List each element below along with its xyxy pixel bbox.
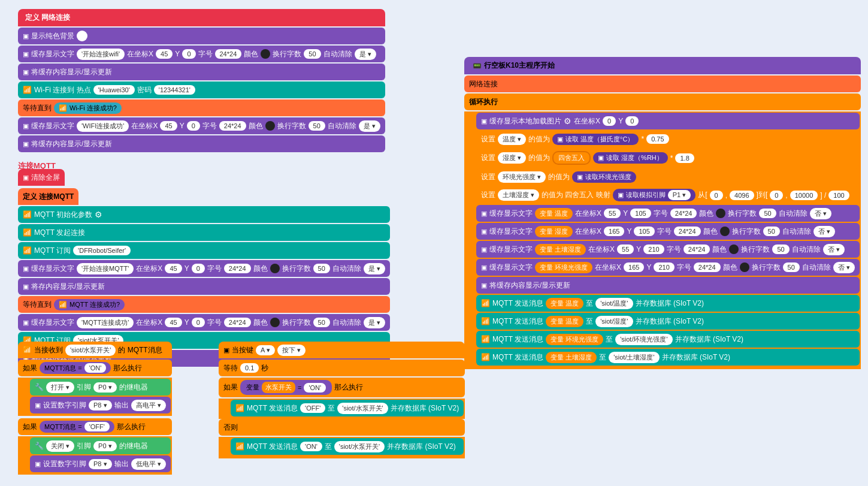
mqtt-icon7: 📶	[235, 442, 244, 451]
screen-icon2	[23, 50, 29, 58]
update-display1[interactable]: 将缓存内容显示/显示更新	[18, 64, 385, 80]
mqtt-icon3: 📶	[23, 246, 32, 255]
cache-show-temp[interactable]: 缓存显示文字 变量 温度 在坐标X 55 Y 105 字号 24*24 颜色 换…	[476, 205, 860, 222]
button-group: 当按键 A 按下 等待 0.1 秒 如果 变量 水泵开关 = 'ON' 那么执行…	[219, 342, 465, 458]
relay-icon: 🔧	[35, 383, 44, 391]
set-soil[interactable]: 设置 土壤湿度 的值为 四舍五入 映射 读取模拟引脚 P1 从[ 0 , 409…	[476, 186, 860, 204]
wait-mqtt[interactable]: 等待直到 📶 MQTT 连接成功?	[18, 296, 390, 313]
color-circle	[261, 49, 270, 59]
define-network-header: 定义 网络连接	[18, 9, 385, 26]
wifi-icon2: 📶	[59, 104, 67, 112]
screen-icon3	[23, 68, 29, 76]
mqtt-init[interactable]: 📶 MQTT 初始化参数	[18, 206, 390, 223]
screen-icon9	[23, 318, 29, 327]
screen-icon20	[481, 227, 487, 236]
screen-icon19	[481, 209, 487, 218]
color-circle8	[740, 262, 749, 272]
color-circle4	[270, 318, 280, 327]
cache-show-humidity[interactable]: 缓存显示文字 变量 湿度 在坐标X 165 Y 105 字号 24*24 颜色 …	[476, 223, 860, 240]
if-off-block[interactable]: 如果 MQTT消息 = 'OFF' 那么执行	[18, 418, 172, 435]
screen-icon5	[23, 140, 29, 148]
button-trigger[interactable]: 当按键 A 按下	[219, 342, 465, 358]
set-humidity[interactable]: 设置 湿度 的值为 四舍五入 读取 湿度（%RH） * 1.8	[476, 149, 860, 167]
mqtt-group: 清除全屏 定义 连接MQTT 📶 MQTT 初始化参数 📶 MQTT 发起连接 …	[18, 169, 390, 368]
screen-icon13	[223, 346, 229, 354]
screen-icon12	[35, 460, 41, 468]
wifi-connect-block[interactable]: 📶 Wi-Fi 连接到 热点 'Huawei30' 密码 '12344321'	[18, 81, 385, 98]
gear-icon2[interactable]	[564, 116, 571, 126]
color-circle5	[716, 209, 725, 218]
relay-open[interactable]: 🔧 打开 引脚 P0 的继电器	[30, 379, 171, 396]
screen-icon21	[481, 245, 487, 253]
if-on-block[interactable]: 如果 MQTT消息 = 'ON' 那么执行	[18, 360, 172, 376]
mqtt-icon8: 📶	[481, 299, 490, 307]
mqtt-icon4: 📶	[59, 301, 67, 309]
screen-icon18	[618, 191, 624, 199]
cache-text-open-mqtt[interactable]: 缓存显示文字 '开始连接MQTT' 在坐标X 45 Y 0 字号 24*24 颜…	[18, 260, 390, 277]
mqtt-connect[interactable]: 📶 MQTT 发起连接	[18, 224, 390, 241]
define-network-group: 定义 网络连接 显示纯色背景 缓存显示文字 '开始连接wifi' 在坐标X 45…	[18, 9, 385, 153]
clear-screen-block[interactable]: 清除全屏	[18, 169, 65, 186]
update-display2[interactable]: 将缓存内容显示/显示更新	[18, 135, 385, 152]
screen-icon11	[35, 401, 41, 409]
mqtt-receive-trigger[interactable]: 📶 当接收到 'siot/水泵开关' 的 MQTT消息	[18, 342, 172, 358]
board-icon: 📟	[473, 62, 482, 70]
color-circle7	[729, 244, 739, 254]
screen-icon8	[23, 282, 29, 291]
show-bg-block[interactable]: 显示纯色背景	[18, 28, 385, 44]
mqtt-icon10: 📶	[481, 335, 490, 343]
relay-close[interactable]: 🔧 关闭 引脚 P0 的继电器	[30, 437, 171, 454]
cache-text-wifi[interactable]: 缓存显示文字 '开始连接wifi' 在坐标X 45 Y 0 字号 24*24 颜…	[18, 46, 385, 62]
mqtt-send-temp[interactable]: 📶 MQTT 发送消息 变量 温度 至 'siot/温度' 并存数据库 (SIo…	[476, 295, 860, 312]
screen-icon	[23, 32, 29, 40]
wait-block[interactable]: 等待 0.1 秒	[219, 360, 465, 376]
mqtt-icon9: 📶	[481, 317, 490, 325]
screen-icon6	[23, 173, 29, 182]
mqtt-send-off[interactable]: 📶 MQTT 发送消息 'OFF' 至 'siot/水泵开关' 并存数据库 (S…	[231, 400, 464, 416]
cache-image[interactable]: 缓存显示本地加载图片 在坐标X 0 Y 0	[476, 113, 860, 129]
set-env-light[interactable]: 设置 环境光强度 的值为 读取环境光强度	[476, 168, 860, 185]
mqtt-icon11: 📶	[481, 353, 490, 361]
wifi-icon6: 📶	[23, 346, 32, 354]
loop-header: 循环执行	[464, 93, 861, 110]
color-circle3	[270, 264, 280, 273]
mqtt-icon6: 📶	[235, 404, 244, 412]
screen-icon7	[23, 264, 29, 273]
mqtt-send-soil[interactable]: 📶 MQTT 发送消息 变量 土壤湿度 至 'siot/土壤湿度' 并存数据库 …	[476, 349, 860, 366]
screen-icon23	[481, 281, 487, 289]
color-circle2	[265, 121, 275, 131]
mqtt-send-humidity[interactable]: 📶 MQTT 发送消息 变量 温度 至 'siot/湿度' 并存数据库 (SIo…	[476, 313, 860, 330]
set-temp[interactable]: 设置 温度 的值为 读取 温度（摄氏度°C） * 0.75	[476, 131, 860, 147]
cache-text-wifi-success[interactable]: 缓存显示文字 'WIFI连接成功' 在坐标X 45 Y 0 字号 24*24 颜…	[18, 117, 385, 134]
mqtt-send-env-light[interactable]: 📶 MQTT 发送消息 变量 环境光强度 至 'siot/环境光强度' 并存数据…	[476, 331, 860, 348]
mqtt-icon2: 📶	[23, 228, 32, 237]
digital-pin-high[interactable]: 设置数字引脚 P8 输出 高电平	[30, 397, 171, 413]
mqtt-sub-dfrobot[interactable]: 📶 MQTT 订阅 'DFRobot/Seifer'	[18, 242, 390, 259]
if-pump-on[interactable]: 如果 变量 水泵开关 = 'ON' 那么执行	[219, 378, 465, 397]
screen-icon16	[598, 154, 604, 162]
update-display5[interactable]: 将缓存内容显示/显示更新	[476, 277, 860, 294]
screen-icon17	[577, 173, 583, 181]
wifi-icon: 📶	[23, 86, 32, 94]
cache-show-env-light[interactable]: 缓存显示文字 变量 环境光强度 在坐标X 165 Y 210 字号 24*24 …	[476, 259, 860, 276]
define-label: 定义 网络连接	[25, 13, 70, 23]
update-display3[interactable]: 将存内容显示/显示更新	[18, 278, 390, 295]
color-circle6	[720, 227, 730, 236]
call-network[interactable]: 网络连接	[464, 76, 861, 92]
mqtt-icon: 📶	[23, 210, 32, 219]
mqtt-send-on[interactable]: 📶 MQTT 发送消息 'ON' 至 'siot/水泵开关' 并存数据库 (SI…	[231, 438, 464, 455]
wait-wifi[interactable]: 等待直到 📶 Wi-Fi 连接成功?	[18, 99, 385, 116]
main-program-header: 📟 行空板K10主程序开始	[464, 57, 861, 74]
relay-icon2: 🔧	[35, 442, 44, 450]
else-block: 否则	[219, 419, 465, 436]
cache-show-soil[interactable]: 缓存显示文字 变量 土壤湿度 在坐标X 55 Y 210 字号 24*24 颜色…	[476, 241, 860, 258]
main-program-group: 📟 行空板K10主程序开始 网络连接 循环执行 缓存显示本地加载图片 在坐标X …	[464, 57, 861, 369]
screen-icon15	[557, 135, 563, 143]
screen-icon4	[23, 122, 29, 130]
define-mqtt-header: 定义 连接MQTT	[18, 188, 78, 205]
screen-icon22	[481, 263, 487, 271]
gear-icon1[interactable]	[95, 210, 102, 219]
receive-mqtt-group: 📶 当接收到 'siot/水泵开关' 的 MQTT消息 如果 MQTT消息 = …	[18, 342, 172, 475]
cache-text-mqtt-success[interactable]: 缓存显示文字 'MQTT连接成功' 在坐标X 45 Y 0 字号 24*24 颜…	[18, 314, 390, 331]
digital-pin-low[interactable]: 设置数字引脚 P8 输出 低电平	[30, 455, 171, 472]
